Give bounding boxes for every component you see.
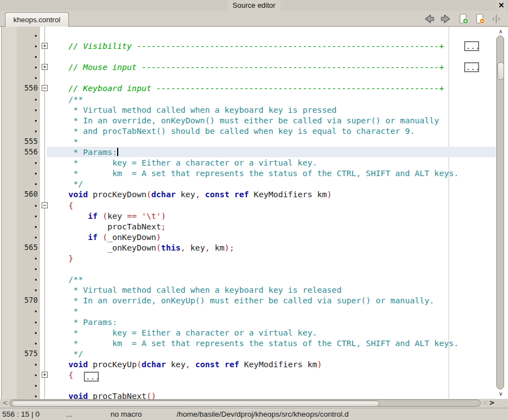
source-editor-window: Source editor ✕ kheops.control // Visibi…	[0, 0, 508, 420]
code-line[interactable]: void procKeyUp(dchar key, const ref KeyM…	[0, 359, 496, 369]
line-dot	[35, 183, 37, 185]
scroll-left-icon[interactable]: <	[2, 399, 8, 407]
code-line[interactable]: /**	[0, 94, 496, 104]
code-line[interactable]: }	[0, 253, 496, 263]
file-path: /home/basile/Dev/dproj/kheops/src/kheops…	[177, 408, 349, 420]
nav-back-icon[interactable]	[423, 13, 436, 25]
code-line[interactable]: *	[0, 306, 496, 316]
panel-title: Source editor	[228, 0, 280, 11]
code-text: */	[49, 178, 83, 189]
code-line[interactable]: * Virtual method called when a keyboard …	[0, 284, 496, 295]
code-line[interactable]: // Visibility --------------------------…	[0, 41, 496, 51]
ellipsis-dots: ...	[85, 375, 98, 380]
nav-forward-icon[interactable]	[439, 13, 452, 25]
code-line[interactable]	[0, 72, 496, 83]
line-number: 555	[16, 136, 38, 147]
text-caret	[117, 148, 118, 156]
code-text: *	[49, 136, 78, 147]
fold-collapse-icon[interactable]	[42, 202, 48, 208]
code-line[interactable]: 550 // Keyboard input ------------------…	[0, 83, 496, 93]
code-text: */	[49, 348, 83, 359]
line-dot	[35, 311, 37, 312]
code-line[interactable]: 575 */	[0, 348, 496, 359]
code-line[interactable]: procTabNext;	[0, 221, 496, 232]
line-dot	[35, 258, 37, 259]
line-number: 550	[16, 83, 38, 93]
code-line[interactable]: 570 * In an override, onKeyUp() must eit…	[0, 295, 496, 306]
code-line[interactable]: {	[0, 200, 496, 211]
scroll-right-icon[interactable]: >	[489, 399, 495, 407]
line-dot	[35, 364, 37, 366]
code-line[interactable]	[0, 263, 496, 274]
code-line[interactable]: 556 * Params:	[0, 147, 496, 157]
code-editor[interactable]: // Visibility --------------------------…	[0, 26, 508, 399]
status-bar: 556 : 15 | 0 ... no macro /home/basile/D…	[0, 408, 508, 420]
fold-expand-icon[interactable]	[42, 64, 48, 70]
line-number	[16, 72, 38, 83]
scroll-left-secondary-icon[interactable]: <	[482, 399, 488, 407]
code-text: /**	[49, 94, 83, 104]
code-line[interactable]: 560 void procKeyDown(dchar key, const re…	[0, 189, 496, 199]
code-text: procTabNext;	[49, 221, 166, 232]
code-line[interactable]	[0, 380, 496, 391]
code-text: * key = Either a character or a virtual …	[49, 327, 317, 338]
code-line[interactable]	[0, 30, 496, 41]
line-dot	[35, 226, 37, 228]
scroll-down-icon[interactable]: ∨	[497, 391, 504, 397]
code-line[interactable]	[0, 51, 496, 62]
horizontal-scrollbar[interactable]: < < >	[0, 399, 508, 408]
code-line[interactable]: if (_onKeyDown)	[0, 232, 496, 242]
new-document-icon[interactable]	[457, 13, 470, 25]
line-dot	[35, 35, 37, 37]
fold-expand-icon[interactable]	[42, 43, 48, 49]
line-number	[16, 391, 38, 399]
code-text: * km = A set that represents the status …	[49, 338, 459, 348]
line-number	[16, 94, 38, 104]
line-number	[16, 274, 38, 284]
code-line[interactable]: * and procTabNext() should be called whe…	[0, 126, 496, 136]
code-line[interactable]: /**	[0, 274, 496, 284]
line-number: 570	[16, 295, 38, 306]
code-line[interactable]: 565 _onKeyDown(this, key, km);	[0, 242, 496, 253]
code-text: _onKeyDown(this, key, km);	[49, 242, 234, 253]
split-view-icon[interactable]	[490, 13, 503, 25]
code-line[interactable]: * Params:	[0, 317, 496, 327]
line-dot	[35, 289, 37, 291]
code-text: {	[49, 200, 73, 211]
line-dot	[35, 343, 37, 344]
vertical-scrollbar-track[interactable]	[496, 36, 504, 389]
code-line[interactable]: * In an override, onKeyDown() must eithe…	[0, 115, 496, 126]
code-text: * In an override, onKeyDown() must eithe…	[49, 115, 439, 126]
close-icon[interactable]: ✕	[496, 0, 506, 11]
code-line[interactable]: * key = Either a character or a virtual …	[0, 157, 496, 168]
code-line[interactable]: * km = A set that represents the status …	[0, 168, 496, 178]
code-line[interactable]: void procTabNext()	[0, 391, 496, 399]
code-line[interactable]: * km = A set that represents the status …	[0, 338, 496, 348]
code-line[interactable]: {...	[0, 369, 496, 380]
horizontal-scrollbar-thumb[interactable]	[12, 401, 379, 407]
code-line[interactable]: 555 *	[0, 136, 496, 147]
vertical-scrollbar[interactable]: ∧ ∨	[496, 26, 506, 399]
line-dot	[35, 46, 37, 47]
fold-ellipsis-box[interactable]: ...	[464, 62, 479, 72]
line-dot	[35, 173, 37, 174]
close-document-icon[interactable]	[474, 13, 487, 25]
fold-ellipsis-box[interactable]: ...	[464, 41, 479, 51]
scroll-up-icon[interactable]: ∧	[497, 28, 504, 34]
tab-kheops-control[interactable]: kheops.control	[5, 12, 69, 27]
code-line[interactable]: // Mouse input -------------------------…	[0, 62, 496, 72]
code-line[interactable]: * Virtual method called when a keyboard …	[0, 104, 496, 115]
panel-titlebar[interactable]: Source editor ✕	[0, 0, 508, 11]
line-number	[16, 51, 38, 62]
vertical-scrollbar-thumb[interactable]	[497, 62, 504, 80]
code-rows[interactable]: // Visibility --------------------------…	[0, 30, 496, 399]
code-line[interactable]: if (key == '\t')	[0, 211, 496, 221]
code-line[interactable]: */	[0, 178, 496, 189]
fold-expand-icon[interactable]	[42, 372, 48, 378]
fold-collapse-icon[interactable]	[42, 85, 48, 91]
tab-bar: kheops.control	[0, 11, 508, 26]
code-text: * Virtual method called when a keyboard …	[49, 104, 336, 115]
code-text: * Virtual method called when a keyboard …	[49, 284, 341, 295]
code-line[interactable]: * key = Either a character or a virtual …	[0, 327, 496, 338]
horizontal-scrollbar-track[interactable]	[9, 399, 481, 407]
